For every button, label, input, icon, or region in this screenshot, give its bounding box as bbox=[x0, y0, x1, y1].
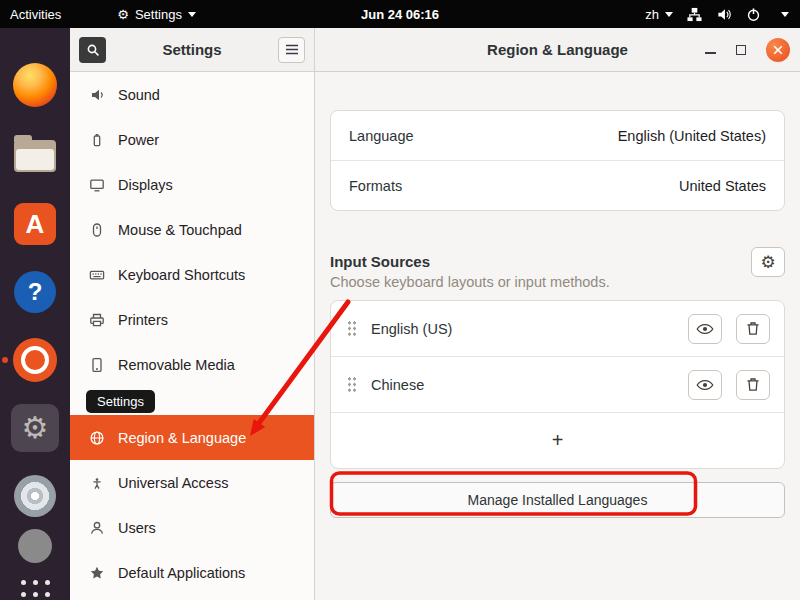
speaker-icon bbox=[88, 86, 105, 103]
users-icon bbox=[88, 519, 105, 536]
app-grid-icon bbox=[21, 580, 50, 600]
search-button[interactable] bbox=[79, 37, 106, 63]
sidebar-item-label: Users bbox=[118, 520, 156, 536]
eye-icon bbox=[696, 322, 714, 336]
files-icon bbox=[14, 140, 56, 172]
power-icon[interactable] bbox=[739, 0, 768, 28]
sidebar-item-displays[interactable]: Displays bbox=[70, 162, 314, 207]
dock: A ? ⚙ bbox=[0, 28, 70, 600]
dock-item-settings[interactable]: ⚙ bbox=[11, 404, 59, 452]
sidebar-item-users[interactable]: Users bbox=[70, 505, 314, 550]
formats-label: Formats bbox=[349, 178, 402, 194]
globe-icon bbox=[88, 429, 105, 446]
dock-item-ubuntu-software[interactable]: A bbox=[11, 200, 59, 248]
sidebar-list: Sound Power Displays Mouse & Touchpad Ke bbox=[70, 72, 314, 595]
ubuntu-software-icon: A bbox=[14, 203, 56, 245]
battery-icon bbox=[88, 131, 105, 148]
dock-item-dvd[interactable] bbox=[11, 472, 59, 520]
manage-installed-languages-button[interactable]: Manage Installed Languages bbox=[330, 482, 785, 518]
display-icon bbox=[88, 176, 105, 193]
dock-tooltip: Settings bbox=[86, 390, 155, 413]
dock-item-ubuntu[interactable] bbox=[11, 336, 59, 384]
gear-icon: ⚙ bbox=[117, 7, 129, 22]
ubuntu-logo-icon bbox=[13, 338, 57, 382]
input-source-label: English (US) bbox=[371, 321, 452, 337]
sidebar-item-label: Keyboard Shortcuts bbox=[118, 267, 245, 283]
preview-layout-button[interactable] bbox=[688, 370, 722, 400]
system-menu-chevron[interactable] bbox=[768, 0, 796, 28]
eye-icon bbox=[696, 378, 714, 392]
minimize-button[interactable] bbox=[705, 52, 716, 54]
trash-icon bbox=[746, 321, 760, 336]
formats-row[interactable]: Formats United States bbox=[331, 161, 784, 210]
region-language-content: Language English (United States) Formats… bbox=[315, 110, 800, 518]
main-panel: Region & Language Language English (Unit… bbox=[315, 28, 800, 600]
sidebar-item-mouse-touchpad[interactable]: Mouse & Touchpad bbox=[70, 207, 314, 252]
sidebar-item-label: Power bbox=[118, 132, 159, 148]
removable-media-icon bbox=[88, 356, 105, 373]
sidebar-item-removable-media[interactable]: Removable Media bbox=[70, 342, 314, 387]
sidebar-header: Settings bbox=[70, 28, 314, 72]
page-title: Region & Language bbox=[487, 41, 628, 58]
language-label: Language bbox=[349, 128, 414, 144]
hamburger-menu-button[interactable] bbox=[278, 37, 305, 63]
sidebar-item-label: Sound bbox=[118, 87, 160, 103]
trash-icon bbox=[746, 377, 760, 392]
dock-item-show-applications[interactable] bbox=[11, 570, 59, 600]
sidebar-item-power[interactable]: Power bbox=[70, 117, 314, 162]
keyboard-icon bbox=[88, 266, 105, 283]
running-indicator-dot bbox=[2, 357, 8, 363]
sidebar-item-label: Default Applications bbox=[118, 565, 245, 581]
sidebar-item-label: Region & Language bbox=[118, 430, 246, 446]
star-icon bbox=[88, 564, 105, 581]
sidebar-item-keyboard-shortcuts[interactable]: Keyboard Shortcuts bbox=[70, 252, 314, 297]
input-source-row-english: English (US) bbox=[331, 301, 784, 356]
input-source-label: Chinese bbox=[371, 377, 424, 393]
sidebar-item-default-applications[interactable]: Default Applications bbox=[70, 550, 314, 595]
chevron-down-icon bbox=[781, 12, 789, 17]
input-sources-title: Input Sources bbox=[330, 247, 610, 270]
window-controls bbox=[705, 28, 790, 72]
dock-item-app[interactable] bbox=[11, 526, 59, 566]
remove-source-button[interactable] bbox=[736, 370, 770, 400]
sidebar-item-sound[interactable]: Sound bbox=[70, 72, 314, 117]
accessibility-icon bbox=[88, 474, 105, 491]
language-row[interactable]: Language English (United States) bbox=[331, 111, 784, 160]
formats-value: United States bbox=[679, 178, 766, 194]
language-value: English (United States) bbox=[618, 128, 766, 144]
drag-handle-icon[interactable] bbox=[347, 320, 357, 337]
clock[interactable]: Jun 24 06:16 bbox=[361, 0, 439, 28]
sidebar-item-universal-access[interactable]: Universal Access bbox=[70, 460, 314, 505]
input-sources-subtitle: Choose keyboard layouts or input methods… bbox=[330, 274, 610, 290]
help-icon: ? bbox=[14, 271, 56, 313]
input-source-indicator[interactable]: zh bbox=[638, 0, 680, 28]
input-sources-options-button[interactable]: ⚙ bbox=[751, 247, 785, 277]
mouse-icon bbox=[88, 221, 105, 238]
input-sources-header: Input Sources Choose keyboard layouts or… bbox=[330, 247, 785, 290]
sidebar-item-label: Displays bbox=[118, 177, 173, 193]
app-menu-button[interactable]: ⚙ Settings bbox=[107, 0, 206, 28]
maximize-button[interactable] bbox=[736, 45, 746, 55]
network-icon[interactable] bbox=[680, 0, 709, 28]
printer-icon bbox=[88, 311, 105, 328]
add-input-source-button[interactable]: + bbox=[331, 413, 784, 468]
app-menu-label: Settings bbox=[135, 7, 182, 22]
settings-gear-icon: ⚙ bbox=[22, 413, 49, 443]
sidebar-item-printers[interactable]: Printers bbox=[70, 297, 314, 342]
app-icon bbox=[18, 529, 52, 563]
close-button[interactable] bbox=[766, 38, 790, 62]
plus-icon: + bbox=[552, 429, 564, 452]
firefox-icon bbox=[13, 63, 57, 107]
dock-item-files[interactable] bbox=[11, 132, 59, 180]
dock-item-help[interactable]: ? bbox=[11, 268, 59, 316]
drag-handle-icon[interactable] bbox=[347, 376, 357, 393]
close-icon bbox=[773, 45, 783, 55]
input-source-row-chinese: Chinese bbox=[331, 357, 784, 412]
remove-source-button[interactable] bbox=[736, 314, 770, 344]
top-bar: Activities ⚙ Settings Jun 24 06:16 zh bbox=[0, 0, 800, 28]
activities-button[interactable]: Activities bbox=[0, 0, 71, 28]
sidebar-item-region-language[interactable]: Region & Language bbox=[70, 415, 314, 460]
dock-item-firefox[interactable] bbox=[11, 61, 59, 109]
volume-icon[interactable] bbox=[709, 0, 739, 28]
preview-layout-button[interactable] bbox=[688, 314, 722, 344]
